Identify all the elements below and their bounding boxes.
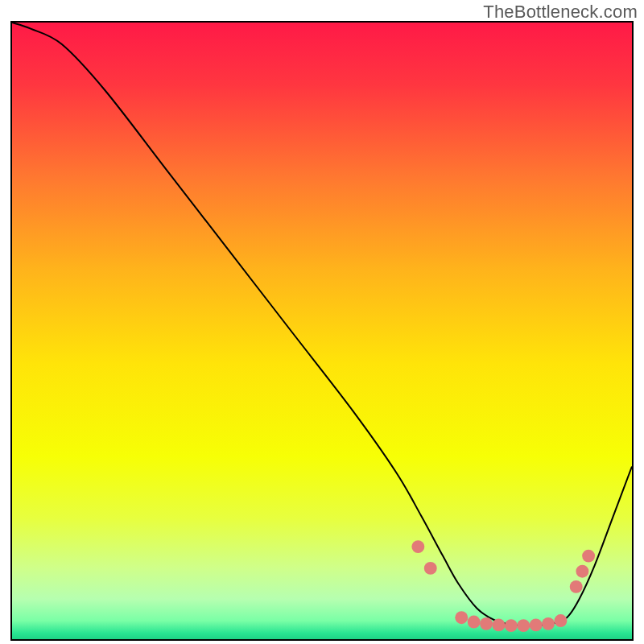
marker-dot <box>424 562 437 575</box>
marker-dot <box>517 619 530 632</box>
marker-dot <box>554 614 567 627</box>
plot-area <box>10 21 634 641</box>
marker-dot <box>576 565 588 578</box>
marker-dot <box>455 611 468 624</box>
curve-layer <box>12 23 632 639</box>
bottleneck-curve <box>12 23 632 625</box>
marker-dot <box>480 617 493 630</box>
marker-dot <box>582 550 595 563</box>
marker-dot <box>505 619 518 632</box>
marker-dot <box>542 617 555 630</box>
flat-region-dots <box>411 540 595 632</box>
marker-dot <box>492 618 505 631</box>
watermark-label: TheBottleneck.com <box>483 2 638 23</box>
marker-dot <box>570 580 583 593</box>
chart-container: TheBottleneck.com <box>0 0 644 644</box>
marker-dot <box>468 616 481 629</box>
marker-dot <box>530 618 543 631</box>
marker-dot <box>411 540 424 553</box>
